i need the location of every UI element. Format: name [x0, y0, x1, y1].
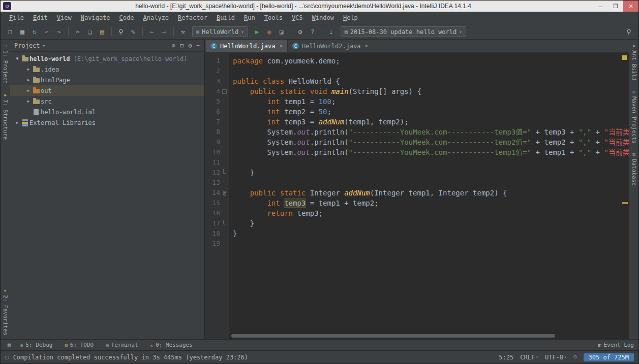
encoding-indicator[interactable]: UTF-8 ▾	[545, 354, 567, 361]
caret-position-indicator[interactable]: 5:25	[499, 354, 513, 361]
debug-icon[interactable]: ◉	[264, 26, 275, 38]
code-line[interactable]: 14@ public static Integer addNum(Integer…	[205, 188, 629, 198]
toolwindow-todo-button[interactable]: ▤6: TODO	[65, 342, 94, 348]
menu-build[interactable]: Build	[212, 12, 239, 24]
settings-icon[interactable]: ⚙	[295, 26, 306, 38]
code-line[interactable]: 9 System.out.println("-----------YouMeek…	[205, 137, 629, 147]
tree-item-iml-file[interactable]: hello-world.iml	[10, 107, 204, 117]
statusbar-toggle-icon[interactable]: ▢	[5, 354, 9, 360]
tab-helloworld2-java[interactable]: CHelloWorld2.java×	[288, 40, 373, 52]
chevron-collapsed-icon[interactable]: ▶	[25, 78, 32, 82]
find-icon[interactable]: ⚲	[115, 26, 127, 38]
toolwindow-maven-button[interactable]: mMaven Projects	[631, 90, 637, 144]
memory-indicator[interactable]: 305 of 725M	[584, 353, 634, 361]
replace-icon[interactable]: ✎	[128, 26, 139, 38]
tree-item-external-libraries[interactable]: ▶External Libraries	[10, 117, 204, 128]
error-stripe-mark[interactable]	[622, 202, 628, 204]
code-line[interactable]: 15 int temp3 = temp1 + temp2;	[205, 198, 629, 208]
maximize-button[interactable]: ❐	[608, 1, 623, 12]
vcs-message-combo[interactable]: ▤2015-08-30 update hello world▾	[341, 26, 466, 37]
menu-refactor[interactable]: Refactor	[173, 12, 212, 24]
paste-icon[interactable]: ▤	[97, 26, 108, 38]
code-line[interactable]: 11	[205, 157, 629, 168]
tree-item-idea-folder[interactable]: ▶.idea	[10, 64, 204, 75]
code-line[interactable]: 1package com.youmeek.demo;	[205, 56, 629, 66]
settings-gear-icon[interactable]: ⚙	[189, 42, 192, 49]
line-separator-indicator[interactable]: CRLF ▾	[520, 354, 538, 361]
undo-icon[interactable]: ↶	[41, 26, 52, 38]
code-line[interactable]: 4- public static void main(String[] args…	[205, 86, 629, 96]
code-line[interactable]: 2	[205, 66, 629, 76]
collapse-all-icon[interactable]: ⊟	[180, 42, 184, 49]
run-config-combo[interactable]: ■HelloWorld▾	[192, 26, 248, 37]
cut-icon[interactable]: ✂	[72, 26, 83, 38]
close-icon[interactable]: ×	[279, 43, 283, 49]
code-line[interactable]: 12 }	[205, 168, 629, 178]
sync-icon[interactable]: ↻	[29, 26, 40, 38]
menu-analyze[interactable]: Analyze	[139, 12, 174, 24]
close-icon[interactable]: ×	[365, 43, 369, 49]
code-line[interactable]: 5 int temp1 = 100;	[205, 96, 629, 107]
code-line[interactable]: 6 int temp2 = 50;	[205, 107, 629, 117]
toolwindow-database-button[interactable]: ▥Database	[631, 152, 637, 186]
code-line[interactable]: 13	[205, 178, 629, 188]
update-project-icon[interactable]: ⇣	[326, 26, 337, 38]
event-log-button[interactable]: ◧ Event Log	[598, 342, 634, 348]
fold-end-icon[interactable]	[223, 169, 226, 174]
chevron-expanded-icon[interactable]: ▼	[14, 56, 20, 61]
toolwindow-terminal-button[interactable]: ▣Terminal	[106, 342, 138, 348]
open-icon[interactable]: ❐	[5, 26, 16, 38]
toolwindow-ant-button[interactable]: ◆Ant Build	[631, 44, 637, 81]
code-editor[interactable]: 1package com.youmeek.demo;23public class…	[205, 53, 629, 339]
tree-item-out-folder[interactable]: ▶out	[10, 85, 204, 96]
copy-icon[interactable]: ❏	[84, 26, 96, 38]
hide-panel-icon[interactable]: ╾	[197, 42, 200, 49]
inspector-icon[interactable]: ☺	[573, 354, 577, 360]
toolwindow-project-button[interactable]: ❐1: Project	[2, 44, 9, 84]
code-line[interactable]: 19	[205, 239, 629, 249]
code-line[interactable]: 8 System.out.println("-----------YouMeek…	[205, 127, 629, 137]
forward-icon[interactable]: →	[159, 26, 170, 38]
back-icon[interactable]: ←	[146, 26, 158, 38]
menu-run[interactable]: Run	[239, 12, 260, 24]
menu-code[interactable]: Code	[115, 12, 139, 24]
tree-item-src-folder[interactable]: ▶src	[10, 96, 204, 107]
fold-collapse-icon[interactable]: -	[222, 89, 227, 94]
search-everywhere-icon[interactable]: ⚲	[623, 26, 634, 38]
code-line[interactable]: 10 System.out.println("-----------YouMee…	[205, 147, 629, 157]
fold-end-icon[interactable]	[223, 220, 226, 224]
toolwindow-switcher-icon[interactable]: ▦	[5, 341, 13, 349]
menu-help[interactable]: Help	[339, 12, 362, 24]
chevron-collapsed-icon[interactable]: ▶	[25, 67, 32, 72]
title-bar[interactable]: IJ hello-world - [E:\git_work_space\hell…	[1, 1, 638, 12]
code-line[interactable]: 17 }	[205, 218, 629, 228]
code-line[interactable]: 18}	[205, 228, 629, 239]
make-project-icon[interactable]: ⚒	[177, 26, 189, 38]
menu-window[interactable]: Window	[308, 12, 339, 24]
coverage-icon[interactable]: ◪	[276, 26, 287, 38]
chevron-down-icon[interactable]: ▾	[43, 43, 45, 48]
redo-icon[interactable]: ↷	[53, 26, 65, 38]
horizontal-scrollbar[interactable]	[231, 334, 555, 338]
save-all-icon[interactable]: ▦	[17, 26, 28, 38]
menu-file[interactable]: File	[5, 12, 28, 24]
minimize-button[interactable]: –	[593, 1, 608, 12]
help-icon[interactable]: ?	[307, 26, 318, 38]
menu-navigate[interactable]: Navigate	[76, 12, 115, 24]
tree-item-root[interactable]: ▼hello-world(E:\git_work_space\hello-wor…	[10, 53, 204, 64]
menu-vcs[interactable]: VCS	[287, 12, 308, 24]
chevron-collapsed-icon[interactable]: ▶	[14, 120, 20, 125]
tab-helloworld-java[interactable]: CHelloWorld.java×	[206, 40, 288, 52]
toolwindow-debug-button[interactable]: ●5: Debug	[20, 342, 52, 348]
toolwindow-messages-button[interactable]: ✉0: Messages	[150, 342, 193, 348]
code-line[interactable]: 3public class HelloWorld {	[205, 76, 629, 86]
menu-tools[interactable]: Tools	[260, 12, 287, 24]
run-icon[interactable]: ▶	[252, 26, 263, 38]
locate-icon[interactable]: ⊕	[172, 42, 175, 49]
toolwindow-structure-button[interactable]: ◈7: Structure	[2, 93, 9, 140]
tree-item-htmlpage-folder[interactable]: ▶htmlPage	[10, 75, 204, 85]
menu-view[interactable]: View	[52, 12, 76, 24]
chevron-collapsed-icon[interactable]: ▶	[25, 99, 32, 104]
chevron-collapsed-icon[interactable]: ▶	[25, 88, 32, 93]
menu-edit[interactable]: Edit	[28, 12, 52, 24]
